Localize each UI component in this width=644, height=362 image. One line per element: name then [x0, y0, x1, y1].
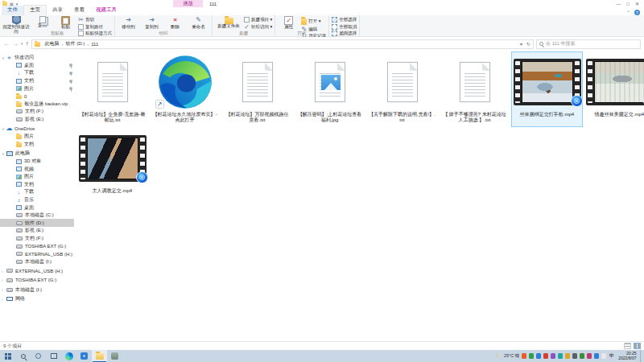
- sidebar-item[interactable]: 影视 (E:): [0, 227, 74, 235]
- ribbon-button[interactable]: 全部选择: [332, 17, 357, 23]
- ribbon-button[interactable]: 复制: [31, 16, 53, 28]
- file-item[interactable]: 【村花论坛】全免费-无套路-最耐玩.txt: [77, 52, 147, 126]
- details-view-toggle-icon[interactable]: [624, 343, 631, 349]
- sidebar-item[interactable]: EXTERNAL_USB (H:): [0, 250, 74, 258]
- minimize-button[interactable]: —: [616, 2, 621, 6]
- tray-icon-4[interactable]: [543, 353, 549, 359]
- file-item[interactable]: 【村花论坛】万部视频线路任意看.txt: [222, 52, 292, 126]
- sidebar-item[interactable]: ∨此电脑: [0, 150, 74, 158]
- tab-video-tools[interactable]: 视频工具: [90, 6, 122, 15]
- tab-share[interactable]: 共享: [47, 6, 68, 15]
- sidebar-item[interactable]: 0: [0, 93, 74, 101]
- show-desktop-button[interactable]: [640, 350, 642, 362]
- sidebar-item[interactable]: ∨★快速访问: [0, 54, 74, 62]
- tray-icon-8[interactable]: [572, 353, 578, 359]
- sidebar-item[interactable]: ♪音乐: [0, 196, 74, 204]
- close-button[interactable]: ✕: [635, 1, 639, 6]
- sidebar-item[interactable]: 软件 (D:): [0, 219, 74, 227]
- ime-indicator[interactable]: 中: [609, 352, 615, 360]
- breadcrumb[interactable]: 此电脑 › 软件 (D:) › 111 ▾ ↻: [31, 39, 534, 49]
- ribbon-button[interactable]: 全部取消: [332, 24, 357, 30]
- sidebar-item[interactable]: 文档 (F:): [0, 235, 74, 243]
- file-item[interactable]: 情趣丝袜美腿足交.mp4: [584, 52, 644, 126]
- start-button[interactable]: [0, 350, 15, 362]
- sidebar-item[interactable]: 本地磁盘 (C:): [0, 212, 74, 220]
- ribbon-button[interactable]: ✎重命名: [188, 16, 209, 30]
- sidebar-item[interactable]: 文档 (F:): [0, 108, 74, 116]
- tray-icon-5[interactable]: [551, 353, 556, 359]
- maximize-button[interactable]: □: [626, 2, 630, 6]
- tray-icon-2[interactable]: [529, 353, 535, 359]
- search-input[interactable]: 在 111 中搜索: [536, 39, 641, 49]
- ribbon-button[interactable]: 打开 ▾: [301, 17, 326, 25]
- tray-icon-1[interactable]: [522, 353, 527, 359]
- breadcrumb-segment[interactable]: 软件 (D:): [66, 40, 85, 47]
- tray-icon-3[interactable]: [536, 353, 542, 359]
- ribbon-button[interactable]: ➔移动到: [118, 16, 139, 30]
- cortana-button[interactable]: [31, 350, 46, 362]
- tab-view[interactable]: 查看: [68, 6, 90, 15]
- taskbar-edge-button[interactable]: [61, 350, 76, 362]
- tray-icon-10[interactable]: [587, 353, 592, 359]
- back-button[interactable]: ←: [3, 41, 10, 47]
- refresh-icon[interactable]: ↻: [526, 41, 530, 47]
- ribbon-button[interactable]: ✂剪切: [78, 17, 112, 23]
- sidebar-item[interactable]: 桌面: [0, 62, 74, 70]
- taskbar-photos-button[interactable]: [76, 350, 92, 362]
- sidebar-item[interactable]: 图片: [0, 84, 74, 93]
- taskbar-search-button[interactable]: [15, 350, 31, 362]
- ribbon-button[interactable]: 新建文件夹: [215, 16, 242, 29]
- sidebar-item[interactable]: 视频: [0, 165, 74, 173]
- ribbon-button[interactable]: ➔复制到: [141, 16, 163, 30]
- sidebar-item[interactable]: 本地磁盘 (I:): [0, 257, 74, 265]
- tray-icon-7[interactable]: [565, 353, 571, 359]
- help-icon[interactable]: ?: [634, 10, 640, 15]
- sidebar-item[interactable]: ›网络: [0, 295, 74, 303]
- sidebar-item[interactable]: 文档: [0, 141, 74, 149]
- ribbon-button[interactable]: 属性: [278, 16, 299, 30]
- sidebar-item[interactable]: 影视 (E:): [0, 116, 74, 124]
- taskbar-clock[interactable]: 20:25 2022/8/07: [617, 352, 638, 361]
- thumbnails-view-toggle-icon[interactable]: [634, 343, 641, 349]
- file-item[interactable]: 【 妹子不够漂亮? 来村花论坛人工挑选 】.txt: [440, 52, 510, 126]
- sidebar-item[interactable]: ›EXTERNAL_USB (H:): [0, 267, 74, 275]
- forward-button[interactable]: →: [12, 41, 19, 47]
- sidebar-item[interactable]: 3D 对象: [0, 158, 74, 166]
- tray-icon-11[interactable]: [594, 353, 600, 359]
- sidebar-item[interactable]: 图片: [0, 173, 74, 181]
- file-item[interactable]: 【解压密码】:上村花论坛查看福利.jpg: [295, 52, 365, 126]
- breadcrumb-segment[interactable]: 111: [91, 42, 98, 47]
- ribbon-button[interactable]: 粘贴: [55, 16, 76, 30]
- sidebar-item[interactable]: 桌面: [0, 204, 74, 212]
- weather-moon-icon[interactable]: ☾: [496, 353, 502, 360]
- taskbar-app-button[interactable]: [107, 350, 122, 362]
- taskbar-explorer-button[interactable]: [92, 350, 107, 362]
- tab-file[interactable]: 文件: [2, 6, 23, 15]
- file-item[interactable]: 丝袜捆绑足交打手枪.mp4: [512, 52, 582, 126]
- sidebar-item[interactable]: 文档: [0, 181, 74, 189]
- breadcrumb-segment[interactable]: 此电脑: [45, 40, 60, 47]
- tab-home[interactable]: 主页: [23, 5, 47, 15]
- sidebar-item[interactable]: 图片: [0, 133, 74, 141]
- up-button[interactable]: ↑: [26, 41, 29, 47]
- sidebar-item[interactable]: ∨☁OneDrive: [0, 125, 74, 133]
- ribbon-button[interactable]: ×删除: [164, 16, 186, 30]
- sidebar-item[interactable]: 敬业直播 tiaokan.vip: [0, 101, 74, 109]
- tray-icon-9[interactable]: [580, 353, 585, 359]
- ribbon-button[interactable]: 复制路径: [78, 24, 112, 30]
- tray-icon-6[interactable]: [558, 353, 564, 359]
- sidebar-item[interactable]: ↓下载: [0, 188, 74, 196]
- file-item[interactable]: 【关于解除下载的说明,先看!】.txt: [367, 52, 437, 126]
- file-item[interactable]: ↗ 【村花论坛永久地址发布页】-点此打开: [150, 52, 220, 126]
- sidebar-item[interactable]: TOSHIBA EXT (G:): [0, 242, 74, 250]
- file-item[interactable]: 主人调教足交.mp4: [77, 129, 147, 203]
- ribbon-button[interactable]: 新建项目 ▾: [244, 17, 272, 23]
- ribbon-button[interactable]: ✓轻松访问 ▾: [244, 24, 272, 30]
- collapse-ribbon-icon[interactable]: ⌃: [626, 10, 630, 15]
- tray-icon-12[interactable]: [601, 353, 607, 359]
- sidebar-item[interactable]: ›TOSHIBA EXT (G:): [0, 277, 74, 285]
- sidebar-item[interactable]: ›本地磁盘 (I:): [0, 286, 74, 294]
- sidebar-item[interactable]: 文档: [0, 77, 74, 85]
- sidebar-item[interactable]: ↓下载: [0, 69, 74, 77]
- weather-text[interactable]: 25°C 晴: [504, 353, 519, 359]
